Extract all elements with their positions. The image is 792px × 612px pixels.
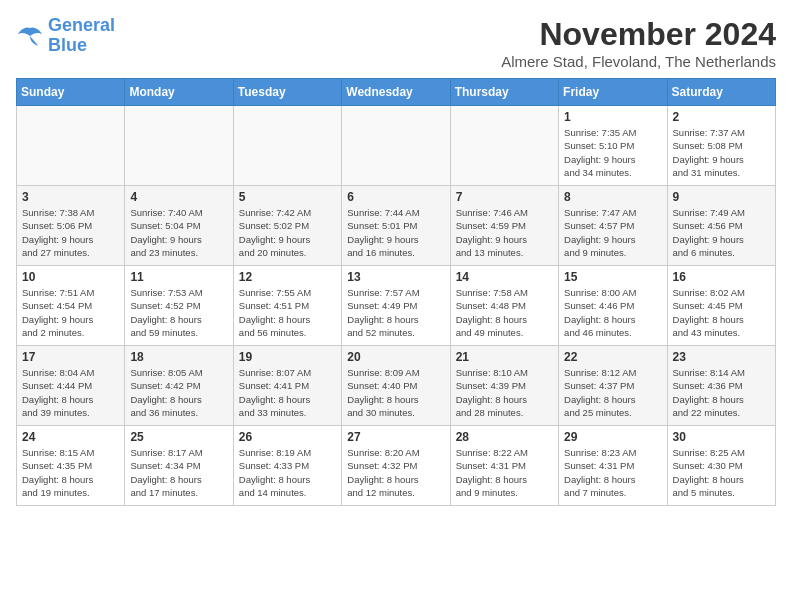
day-cell [125, 106, 233, 186]
day-info: Sunrise: 7:44 AM Sunset: 5:01 PM Dayligh… [347, 206, 444, 259]
day-cell [17, 106, 125, 186]
day-info: Sunrise: 7:35 AM Sunset: 5:10 PM Dayligh… [564, 126, 661, 179]
weekday-header-wednesday: Wednesday [342, 79, 450, 106]
day-cell: 30Sunrise: 8:25 AM Sunset: 4:30 PM Dayli… [667, 426, 775, 506]
weekday-header-friday: Friday [559, 79, 667, 106]
week-row-2: 3Sunrise: 7:38 AM Sunset: 5:06 PM Daylig… [17, 186, 776, 266]
day-info: Sunrise: 8:25 AM Sunset: 4:30 PM Dayligh… [673, 446, 770, 499]
logo-line2: Blue [48, 35, 87, 55]
day-cell: 1Sunrise: 7:35 AM Sunset: 5:10 PM Daylig… [559, 106, 667, 186]
day-number: 14 [456, 270, 553, 284]
weekday-header-sunday: Sunday [17, 79, 125, 106]
week-row-3: 10Sunrise: 7:51 AM Sunset: 4:54 PM Dayli… [17, 266, 776, 346]
day-number: 15 [564, 270, 661, 284]
day-cell: 15Sunrise: 8:00 AM Sunset: 4:46 PM Dayli… [559, 266, 667, 346]
day-info: Sunrise: 8:07 AM Sunset: 4:41 PM Dayligh… [239, 366, 336, 419]
day-info: Sunrise: 7:55 AM Sunset: 4:51 PM Dayligh… [239, 286, 336, 339]
day-cell: 23Sunrise: 8:14 AM Sunset: 4:36 PM Dayli… [667, 346, 775, 426]
day-info: Sunrise: 8:04 AM Sunset: 4:44 PM Dayligh… [22, 366, 119, 419]
month-title: November 2024 [501, 16, 776, 53]
day-info: Sunrise: 8:17 AM Sunset: 4:34 PM Dayligh… [130, 446, 227, 499]
day-info: Sunrise: 8:19 AM Sunset: 4:33 PM Dayligh… [239, 446, 336, 499]
weekday-header-saturday: Saturday [667, 79, 775, 106]
day-number: 6 [347, 190, 444, 204]
day-cell: 4Sunrise: 7:40 AM Sunset: 5:04 PM Daylig… [125, 186, 233, 266]
day-info: Sunrise: 7:37 AM Sunset: 5:08 PM Dayligh… [673, 126, 770, 179]
day-cell: 16Sunrise: 8:02 AM Sunset: 4:45 PM Dayli… [667, 266, 775, 346]
day-cell [342, 106, 450, 186]
day-cell: 3Sunrise: 7:38 AM Sunset: 5:06 PM Daylig… [17, 186, 125, 266]
day-number: 24 [22, 430, 119, 444]
week-row-5: 24Sunrise: 8:15 AM Sunset: 4:35 PM Dayli… [17, 426, 776, 506]
day-number: 7 [456, 190, 553, 204]
day-number: 27 [347, 430, 444, 444]
day-cell: 13Sunrise: 7:57 AM Sunset: 4:49 PM Dayli… [342, 266, 450, 346]
day-cell: 19Sunrise: 8:07 AM Sunset: 4:41 PM Dayli… [233, 346, 341, 426]
day-cell: 7Sunrise: 7:46 AM Sunset: 4:59 PM Daylig… [450, 186, 558, 266]
day-info: Sunrise: 7:46 AM Sunset: 4:59 PM Dayligh… [456, 206, 553, 259]
day-number: 21 [456, 350, 553, 364]
day-number: 19 [239, 350, 336, 364]
day-cell: 24Sunrise: 8:15 AM Sunset: 4:35 PM Dayli… [17, 426, 125, 506]
day-number: 8 [564, 190, 661, 204]
day-number: 1 [564, 110, 661, 124]
day-cell: 2Sunrise: 7:37 AM Sunset: 5:08 PM Daylig… [667, 106, 775, 186]
calendar-table: SundayMondayTuesdayWednesdayThursdayFrid… [16, 78, 776, 506]
day-cell: 11Sunrise: 7:53 AM Sunset: 4:52 PM Dayli… [125, 266, 233, 346]
day-cell: 17Sunrise: 8:04 AM Sunset: 4:44 PM Dayli… [17, 346, 125, 426]
day-number: 3 [22, 190, 119, 204]
day-cell: 8Sunrise: 7:47 AM Sunset: 4:57 PM Daylig… [559, 186, 667, 266]
day-cell [450, 106, 558, 186]
day-info: Sunrise: 8:23 AM Sunset: 4:31 PM Dayligh… [564, 446, 661, 499]
day-info: Sunrise: 7:47 AM Sunset: 4:57 PM Dayligh… [564, 206, 661, 259]
day-number: 18 [130, 350, 227, 364]
day-cell: 5Sunrise: 7:42 AM Sunset: 5:02 PM Daylig… [233, 186, 341, 266]
day-number: 29 [564, 430, 661, 444]
day-number: 25 [130, 430, 227, 444]
day-number: 20 [347, 350, 444, 364]
logo: General Blue [16, 16, 115, 56]
day-number: 28 [456, 430, 553, 444]
day-info: Sunrise: 8:12 AM Sunset: 4:37 PM Dayligh… [564, 366, 661, 419]
week-row-4: 17Sunrise: 8:04 AM Sunset: 4:44 PM Dayli… [17, 346, 776, 426]
day-cell: 12Sunrise: 7:55 AM Sunset: 4:51 PM Dayli… [233, 266, 341, 346]
weekday-header-tuesday: Tuesday [233, 79, 341, 106]
day-cell: 9Sunrise: 7:49 AM Sunset: 4:56 PM Daylig… [667, 186, 775, 266]
day-cell: 29Sunrise: 8:23 AM Sunset: 4:31 PM Dayli… [559, 426, 667, 506]
day-number: 30 [673, 430, 770, 444]
day-info: Sunrise: 8:09 AM Sunset: 4:40 PM Dayligh… [347, 366, 444, 419]
day-number: 11 [130, 270, 227, 284]
day-number: 16 [673, 270, 770, 284]
day-info: Sunrise: 7:53 AM Sunset: 4:52 PM Dayligh… [130, 286, 227, 339]
day-number: 5 [239, 190, 336, 204]
day-info: Sunrise: 8:15 AM Sunset: 4:35 PM Dayligh… [22, 446, 119, 499]
day-number: 22 [564, 350, 661, 364]
day-info: Sunrise: 7:51 AM Sunset: 4:54 PM Dayligh… [22, 286, 119, 339]
logo-text: General Blue [48, 16, 115, 56]
day-cell [233, 106, 341, 186]
day-cell: 25Sunrise: 8:17 AM Sunset: 4:34 PM Dayli… [125, 426, 233, 506]
day-info: Sunrise: 8:14 AM Sunset: 4:36 PM Dayligh… [673, 366, 770, 419]
title-area: November 2024 Almere Stad, Flevoland, Th… [501, 16, 776, 70]
day-info: Sunrise: 8:20 AM Sunset: 4:32 PM Dayligh… [347, 446, 444, 499]
day-cell: 18Sunrise: 8:05 AM Sunset: 4:42 PM Dayli… [125, 346, 233, 426]
day-cell: 22Sunrise: 8:12 AM Sunset: 4:37 PM Dayli… [559, 346, 667, 426]
day-cell: 10Sunrise: 7:51 AM Sunset: 4:54 PM Dayli… [17, 266, 125, 346]
day-number: 9 [673, 190, 770, 204]
day-info: Sunrise: 7:40 AM Sunset: 5:04 PM Dayligh… [130, 206, 227, 259]
weekday-header-monday: Monday [125, 79, 233, 106]
day-info: Sunrise: 8:02 AM Sunset: 4:45 PM Dayligh… [673, 286, 770, 339]
day-info: Sunrise: 7:58 AM Sunset: 4:48 PM Dayligh… [456, 286, 553, 339]
day-number: 26 [239, 430, 336, 444]
day-number: 4 [130, 190, 227, 204]
day-cell: 28Sunrise: 8:22 AM Sunset: 4:31 PM Dayli… [450, 426, 558, 506]
location-title: Almere Stad, Flevoland, The Netherlands [501, 53, 776, 70]
logo-icon [16, 24, 44, 48]
day-number: 23 [673, 350, 770, 364]
day-number: 17 [22, 350, 119, 364]
day-info: Sunrise: 8:05 AM Sunset: 4:42 PM Dayligh… [130, 366, 227, 419]
day-info: Sunrise: 8:00 AM Sunset: 4:46 PM Dayligh… [564, 286, 661, 339]
day-cell: 20Sunrise: 8:09 AM Sunset: 4:40 PM Dayli… [342, 346, 450, 426]
weekday-header-thursday: Thursday [450, 79, 558, 106]
day-number: 12 [239, 270, 336, 284]
